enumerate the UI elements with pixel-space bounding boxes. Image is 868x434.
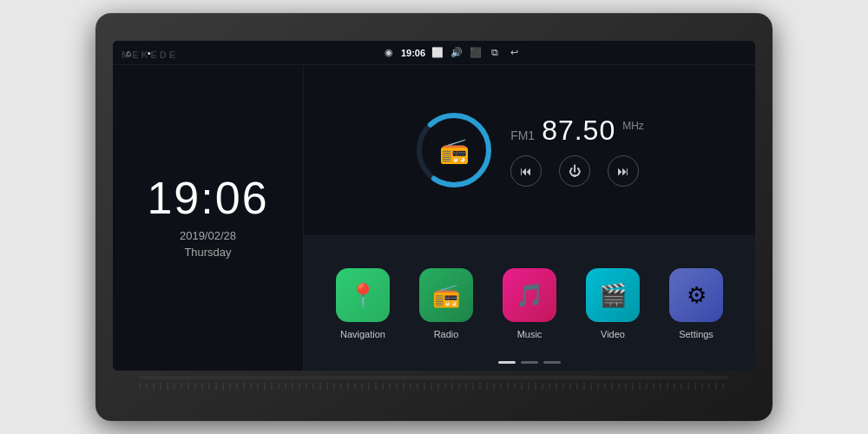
prev-button[interactable]: ⏮	[510, 155, 542, 187]
clock-time: 19:06	[147, 175, 268, 220]
watermark: MEKEDE	[122, 49, 178, 60]
main-content: 19:06 2019/02/28 Thursday	[113, 65, 755, 371]
settings-label: Settings	[679, 329, 713, 339]
volume-icon[interactable]: 🔊	[450, 46, 464, 60]
back-icon[interactable]: ↩	[507, 46, 521, 60]
clock-date-value: 2019/02/28	[180, 229, 236, 242]
app-item-navigation[interactable]: 📍 Navigation	[336, 268, 390, 339]
radio-frequency: 87.50	[542, 115, 615, 147]
radio-app-label: Radio	[434, 329, 459, 339]
radio-app-icon: 📻	[419, 268, 473, 322]
apps-section: 📍 Navigation 📻 Radio 🎵 Music 🎬	[304, 236, 755, 371]
radio-controls: ⏮ ⏻ ⏭	[510, 155, 644, 187]
navigation-label: Navigation	[340, 329, 385, 339]
clock-day-value: Thursday	[184, 246, 231, 259]
music-label: Music	[517, 329, 542, 339]
radio-circle: 📻	[415, 111, 493, 189]
radio-mhz-label: MHz	[622, 120, 644, 132]
apps-grid: 📍 Navigation 📻 Radio 🎵 Music 🎬	[304, 236, 755, 361]
app-item-radio[interactable]: 📻 Radio	[419, 268, 473, 339]
camera-icon[interactable]: ⬜	[431, 46, 444, 60]
right-panel: 📻 FM1 87.50 MHz ⏮ ⏻ ⏭	[304, 65, 755, 371]
dot-2[interactable]	[521, 361, 538, 364]
radio-section: 📻 FM1 87.50 MHz ⏮ ⏻ ⏭	[304, 65, 755, 236]
next-button[interactable]: ⏭	[608, 155, 639, 187]
location-icon: ◉	[382, 46, 396, 60]
navigation-icon: 📍	[336, 268, 390, 322]
clock-date: 2019/02/28 Thursday	[180, 227, 236, 261]
music-icon: 🎵	[503, 268, 556, 322]
dot-1[interactable]	[498, 361, 516, 364]
status-time: 19:06	[401, 48, 425, 58]
settings-icon: ⚙	[669, 268, 723, 322]
dot-3[interactable]	[543, 361, 561, 364]
screen: MEKEDE ⌂ ▪ ◉ 19:06 ⬜ 🔊 ⬛ ⧉ ↩ 19:06	[113, 41, 755, 371]
split-icon[interactable]: ⧉	[488, 46, 502, 60]
video-icon: 🎬	[586, 268, 640, 322]
app-item-settings[interactable]: ⚙ Settings	[669, 268, 723, 339]
video-label: Video	[601, 329, 625, 339]
app-item-music[interactable]: 🎵 Music	[503, 268, 556, 339]
power-button[interactable]: ⏻	[559, 155, 590, 187]
clock-panel: 19:06 2019/02/28 Thursday	[113, 65, 304, 371]
status-bar-center: ◉ 19:06 ⬜ 🔊 ⬛ ⧉ ↩	[382, 46, 521, 60]
radio-fm-label: FM1	[510, 128, 535, 142]
device-body: MEKEDE ⌂ ▪ ◉ 19:06 ⬜ 🔊 ⬛ ⧉ ↩ 19:06	[95, 13, 773, 421]
radio-icon: 📻	[439, 136, 470, 165]
bottom-line	[139, 376, 729, 379]
status-bar: ⌂ ▪ ◉ 19:06 ⬜ 🔊 ⬛ ⧉ ↩	[113, 41, 755, 65]
vent-strip	[139, 383, 729, 390]
pagination	[304, 361, 755, 371]
screen-icon[interactable]: ⬛	[469, 46, 483, 60]
radio-station-row: FM1 87.50 MHz	[510, 115, 644, 147]
app-item-video[interactable]: 🎬 Video	[586, 268, 640, 339]
radio-info: FM1 87.50 MHz ⏮ ⏻ ⏭	[510, 115, 644, 187]
